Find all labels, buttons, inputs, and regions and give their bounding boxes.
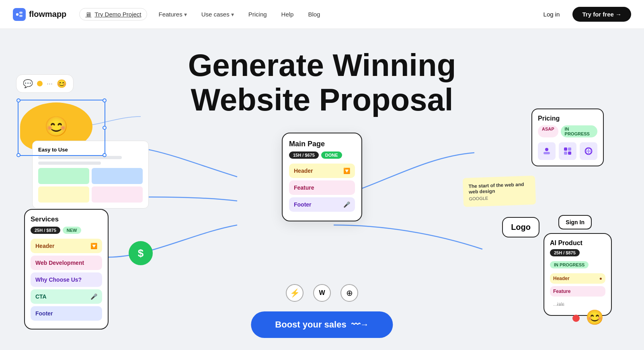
sticky-note-title: The start of the web and web design [468,181,530,194]
emoji-face-br: 😊 [586,309,604,326]
login-button[interactable]: Log in [535,8,568,21]
hero-title: Generate Winning Website Proposal [188,48,456,117]
svg-rect-0 [16,13,18,16]
sticky-note: The start of the web and web design GOOG… [463,176,536,207]
navbar: flowmapp 🖥 Try Demo Project Features ▾ U… [0,0,644,29]
funnel-icon-2: 🔽 [343,168,350,174]
pricing-card: Pricing ASAP IN PROGRESS [531,108,604,166]
services-badge-new: NEW [63,227,81,234]
demo-label: Try Demo Project [94,11,141,18]
pricing-icon-2 [559,142,576,160]
framer-icon: ⚡ [286,284,304,302]
ai-item-feature: Feature [550,286,605,297]
main-item-header: Header 🔽 [289,164,355,178]
yellow-dot [37,81,43,86]
pricing-icon-3 [580,142,597,160]
nav-demo[interactable]: 🖥 Try Demo Project [79,8,147,20]
ai-item-header: Header ● [550,273,605,284]
cta-button[interactable]: Boost your sales 〰→ [251,311,393,338]
nav-pricing[interactable]: Pricing [242,8,273,21]
logo[interactable]: flowmapp [13,8,66,21]
svg-rect-7 [564,151,567,155]
cta-wave-icon: 〰→ [351,319,369,330]
services-card: Services 25H / $875 NEW Header 🔽 Web Dev… [24,209,109,330]
deco-dots-br: ··· [556,299,564,310]
main-card-badges: 15H / $675 DONE [289,151,355,159]
services-item-webdev: Web Development [31,256,102,270]
main-item-footer: Footer 🎤 [289,197,355,212]
cta-label: Boost your sales [275,319,346,330]
placeholder-1 [38,156,122,159]
svg-rect-8 [568,151,571,155]
use-cases-chevron: ▾ [231,11,234,18]
handle-tr [103,98,107,102]
speech-icon: 💬 [23,79,33,88]
ai-badges: 25H / $875 [550,249,605,256]
services-item-cta: CTA 🎤 [31,289,102,304]
svg-rect-6 [568,147,571,151]
nav-use-cases[interactable]: Use cases ▾ [195,8,240,21]
main-item-feature: Feature [289,180,355,195]
dollar-circle: $ [129,241,153,265]
main-card: Main Page 15H / $675 DONE Header 🔽 Featu… [282,133,362,221]
placeholder-2 [38,162,101,165]
selection-box [18,100,105,156]
sign-in-button[interactable]: Sign In [558,215,592,229]
nav-help[interactable]: Help [275,8,300,21]
nav-actions: Log in Try for free → [535,7,631,22]
nav-blog[interactable]: Blog [301,8,326,21]
ai-card: AI Product 25H / $875 IN PROGRESS Header… [544,233,612,316]
nav-links: 🖥 Try Demo Project Features ▾ Use cases … [79,8,522,21]
services-item-why: Why Choose Us? [31,272,102,287]
handle-br [103,153,107,157]
grid-item-blue [92,168,143,184]
mic-icon: 🎤 [90,293,97,300]
svg-rect-2 [19,15,23,17]
handle-tl [16,98,21,102]
svg-rect-4 [544,152,550,154]
services-item-footer: Footer [31,306,102,321]
hero-section: Generate Winning Website Proposal 💬 ··· … [0,0,644,350]
ai-badge-progress-group: IN PROGRESS [550,261,605,268]
pricing-badges: ASAP IN PROGRESS [538,125,597,137]
deco-dots: ··· [47,80,53,88]
grid-item-yellow [38,186,89,203]
services-badge-hours: 25H / $875 [31,227,60,234]
svg-rect-5 [564,147,567,151]
easy-grid [38,168,143,203]
ai-badge-hours: 25H / $875 [550,249,580,256]
deco-emoji-card: 💬 ··· 😊 [16,74,74,93]
handle-mr [103,126,107,130]
main-badge-hours: 15H / $675 [289,151,319,159]
logo-card: Logo [502,217,539,237]
logo-text: flowmapp [29,10,66,19]
dot-icon: ● [599,276,602,281]
pricing-card-title: Pricing [538,115,597,122]
funnel-icon: 🔽 [90,243,97,249]
main-badge-done: DONE [321,151,342,159]
logo-icon [13,8,26,21]
ai-card-title: AI Product [550,239,605,247]
red-dot-br [572,315,580,322]
try-free-button[interactable]: Try for free → [572,7,631,22]
icons-row: ⚡ W ⊕ [286,284,358,302]
pricing-icons [538,142,597,160]
svg-rect-1 [19,12,23,14]
main-card-title: Main Page [289,140,355,148]
logo-card-text: Logo [511,223,531,231]
pricing-badge-asap: ASAP [538,125,558,137]
handle-bl [16,153,21,157]
ai-badge-progress: IN PROGRESS [550,261,589,268]
features-chevron: ▾ [184,11,187,18]
demo-icon: 🖥 [85,11,91,18]
nav-features[interactable]: Features ▾ [152,8,193,21]
services-title: Services [31,215,102,223]
grid-item-green [38,168,89,184]
pricing-icon-1 [538,142,556,160]
services-item-header: Header 🔽 [31,239,102,253]
mic-icon-2: 🎤 [343,201,350,208]
emoji-icon: 😊 [57,79,67,88]
grid-item-pink [92,186,143,203]
svg-point-3 [545,148,548,151]
pricing-badge-progress: IN PROGRESS [561,125,597,137]
